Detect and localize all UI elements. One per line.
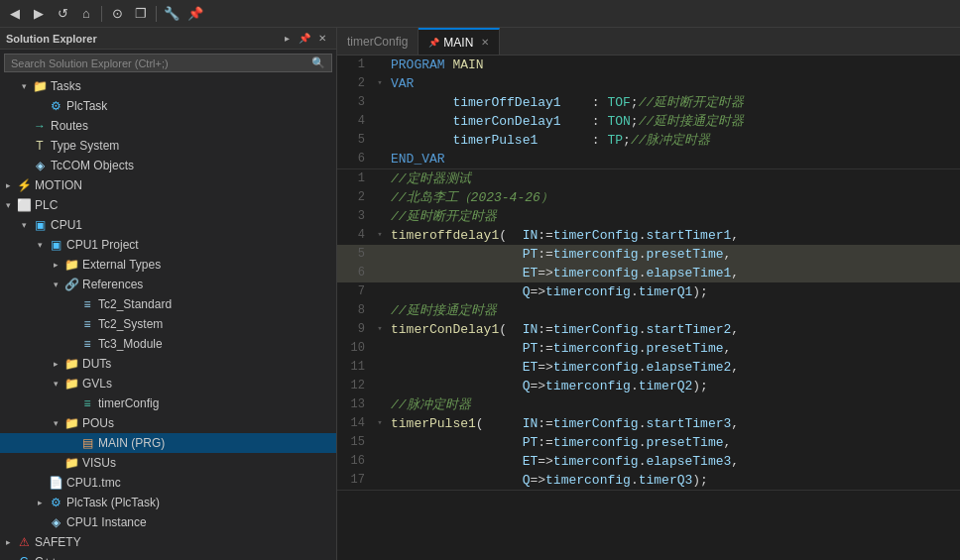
tree-label-plc: PLC: [35, 198, 58, 212]
tree-item-cpu1inst[interactable]: ◈CPU1 Instance: [0, 512, 336, 532]
tree-item-duts[interactable]: ▸📁DUTs: [0, 354, 336, 374]
fold-s2-9[interactable]: ▾: [373, 320, 387, 339]
fold-s2-14[interactable]: ▾: [373, 414, 387, 433]
tree-item-cpu1proj[interactable]: ▾▣CPU1 Project: [0, 235, 336, 255]
tree-item-routes[interactable]: →Routes: [0, 116, 336, 136]
line-num-s2-16: 16: [337, 452, 373, 471]
tree-icon-tc2std: ≡: [79, 297, 95, 311]
tree-arrow-pous: ▾: [48, 418, 63, 428]
tree-item-tc2std[interactable]: ≡Tc2_Standard: [0, 294, 336, 314]
line-num-s2-17: 17: [337, 471, 373, 490]
tree-label-tccom: TcCOM Objects: [51, 159, 134, 172]
tree-item-plctaskref[interactable]: ▸⚙PlcTask (PlcTask): [0, 493, 336, 512]
code-editor[interactable]: 1 PROGRAM MAIN 2 ▾ VAR 3 timerOffDelay1 …: [337, 56, 960, 560]
tree-label-plctask: PlcTask: [66, 99, 107, 113]
refresh-button[interactable]: ↺: [52, 3, 73, 25]
tree-item-references[interactable]: ▾🔗References: [0, 275, 336, 294]
tree-item-tc3mod[interactable]: ≡Tc3_Module: [0, 334, 336, 354]
code-s1-5: timerPulse1 : TP;//脉冲定时器: [387, 131, 960, 150]
tree-icon-cpu1inst: ◈: [48, 515, 63, 529]
tab-timerconfig-label: timerConfig: [347, 35, 408, 49]
code-line-s2-12: 12 Q=>timerconfig.timerQ2);: [337, 377, 960, 395]
tree-label-timerconfig: timerConfig: [98, 396, 159, 410]
tree-item-tc2sys[interactable]: ≡Tc2_System: [0, 314, 336, 334]
code-s2-3: //延时断开定时器: [387, 207, 960, 226]
tree-item-cpu1[interactable]: ▾▣CPU1: [0, 215, 336, 235]
tree-item-plc[interactable]: ▾⬜PLC: [0, 195, 336, 215]
tree-item-main[interactable]: ▤MAIN (PRG): [0, 433, 336, 453]
tree-icon-main: ▤: [79, 436, 95, 450]
tab-main-close-icon[interactable]: ✕: [481, 37, 489, 48]
tree-item-exttypes[interactable]: ▸📁External Types: [0, 255, 336, 275]
tree-item-cpu1tmc[interactable]: 📄CPU1.tmc: [0, 473, 336, 493]
panel-close-button[interactable]: ✕: [314, 31, 330, 47]
tab-main-label: MAIN: [443, 36, 473, 50]
tree-arrow-safety: ▸: [0, 537, 16, 547]
tree-item-safety[interactable]: ▸⚠SAFETY: [0, 532, 336, 552]
code-line-s2-4: 4 ▾ timeroffdelay1( IN:=timerConfig.star…: [337, 226, 960, 245]
tree-arrow-exttypes: ▸: [48, 260, 63, 270]
tree-item-gvls[interactable]: ▾📁GVLs: [0, 374, 336, 393]
tree-item-type[interactable]: TType System: [0, 136, 336, 156]
line-num-s2-10: 10: [337, 339, 373, 358]
tree-item-visus[interactable]: 📁VISUs: [0, 453, 336, 473]
tree-arrow-motion: ▸: [0, 180, 16, 190]
code-line-s2-8: 8 //延时接通定时器: [337, 301, 960, 320]
code-s2-4: timeroffdelay1( IN:=timerConfig.startTim…: [387, 226, 960, 245]
tree-item-timerconfig[interactable]: ≡timerConfig: [0, 393, 336, 413]
code-line-s2-9: 9 ▾ timerConDelay1( IN:=timerConfig.star…: [337, 320, 960, 339]
tree-icon-exttypes: 📁: [63, 258, 79, 272]
code-line-s2-16: 16 ET=>timerconfig.elapseTime3,: [337, 452, 960, 471]
tab-timerconfig[interactable]: timerConfig: [337, 28, 419, 55]
tree-label-tc3mod: Tc3_Module: [98, 337, 163, 351]
copy-button[interactable]: ❐: [130, 3, 152, 25]
line-num-s1-1: 1: [337, 56, 373, 74]
main-toolbar: ◀ ▶ ↺ ⌂ ⊙ ❐ 🔧 📌: [0, 0, 960, 28]
forward-button[interactable]: ▶: [28, 3, 50, 25]
settings-button[interactable]: 🔧: [161, 3, 182, 25]
code-s2-17: Q=>timerconfig.timerQ3);: [387, 471, 960, 490]
tree-container[interactable]: ▾📁Tasks⚙PlcTask→RoutesTType System◈TcCOM…: [0, 76, 336, 560]
line-num-s2-12: 12: [337, 377, 373, 395]
tree-label-exttypes: External Types: [82, 258, 161, 272]
back-button[interactable]: ◀: [4, 3, 26, 25]
tree-label-type: Type System: [51, 139, 119, 153]
tree-icon-pous: 📁: [63, 416, 79, 430]
tab-main[interactable]: 📌 MAIN ✕: [419, 28, 500, 55]
tree-label-cpp: C++: [35, 555, 58, 560]
code-line-s2-11: 11 ET=>timerconfig.elapseTime2,: [337, 358, 960, 377]
code-s1-4: timerConDelay1 : TON;//延时接通定时器: [387, 112, 960, 131]
home-button[interactable]: ⌂: [75, 3, 97, 25]
code-line-s2-3: 3 //延时断开定时器: [337, 207, 960, 226]
line-num-s2-13: 13: [337, 395, 373, 414]
search-input[interactable]: [11, 57, 311, 69]
code-s2-13: //脉冲定时器: [387, 395, 960, 414]
pin-button[interactable]: 📌: [184, 3, 206, 25]
line-num-s2-14: 14: [337, 414, 373, 433]
code-s2-11: ET=>timerconfig.elapseTime2,: [387, 358, 960, 377]
line-num-s2-8: 8: [337, 301, 373, 320]
tree-item-tasks[interactable]: ▾📁Tasks: [0, 76, 336, 96]
tree-label-cpu1tmc: CPU1.tmc: [66, 476, 121, 490]
separator2: [156, 6, 157, 22]
tree-icon-plc: ⬜: [16, 198, 32, 212]
tree-label-cpu1: CPU1: [51, 218, 82, 232]
code-s2-1: //定时器测试: [387, 169, 960, 188]
panel-dock-button[interactable]: ▸: [279, 31, 295, 47]
tree-item-tccom[interactable]: ◈TcCOM Objects: [0, 156, 336, 175]
line-num-s2-7: 7: [337, 282, 373, 301]
panel-auto-hide-button[interactable]: 📌: [297, 31, 312, 47]
tree-item-pous[interactable]: ▾📁POUs: [0, 413, 336, 433]
timer-button[interactable]: ⊙: [106, 3, 128, 25]
tree-item-cpp[interactable]: ▸CC++: [0, 552, 336, 560]
fold-s1-2[interactable]: ▾: [373, 74, 387, 93]
tree-item-motion[interactable]: ▸⚡MOTION: [0, 175, 336, 195]
fold-s2-4[interactable]: ▾: [373, 226, 387, 245]
code-line-s2-17: 17 Q=>timerconfig.timerQ3);: [337, 471, 960, 490]
code-s2-16: ET=>timerconfig.elapseTime3,: [387, 452, 960, 471]
code-s1-2: VAR: [387, 74, 960, 93]
line-num-s2-4: 4: [337, 226, 373, 245]
tree-icon-motion: ⚡: [16, 178, 32, 192]
tree-item-plctask[interactable]: ⚙PlcTask: [0, 96, 336, 116]
tree-label-cpu1proj: CPU1 Project: [66, 238, 139, 252]
